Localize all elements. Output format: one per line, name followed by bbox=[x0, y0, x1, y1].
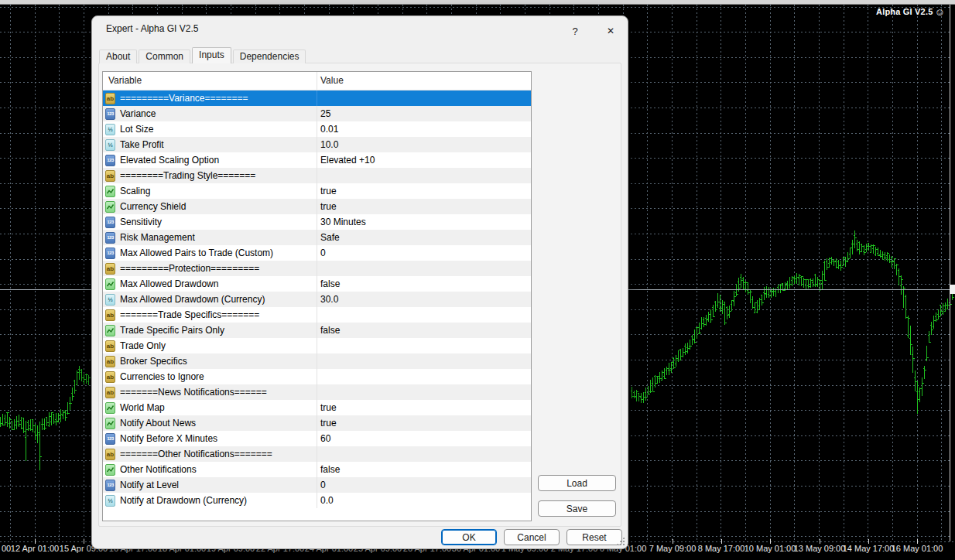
value-cell[interactable]: 0.01 bbox=[317, 121, 531, 137]
table-row[interactable]: abBroker Specifics bbox=[103, 353, 531, 369]
variable-cell: Currency Shield bbox=[103, 199, 317, 214]
table-row[interactable]: 123Variance25 bbox=[103, 106, 531, 121]
value-cell[interactable]: 25 bbox=[317, 106, 531, 121]
column-header-variable[interactable]: Variable bbox=[103, 72, 317, 90]
variable-label: =======Trade Specifics======= bbox=[120, 309, 259, 320]
tab-about[interactable]: About bbox=[99, 50, 137, 63]
table-row[interactable]: ½Max Allowed Drawdown (Currency)30.0 bbox=[103, 292, 531, 307]
value-cell[interactable]: 10.0 bbox=[317, 137, 531, 152]
variable-label: Broker Specifics bbox=[120, 356, 187, 367]
inputs-table: Variable Value ab=========Variance======… bbox=[102, 71, 532, 521]
value-cell[interactable]: true bbox=[317, 415, 531, 431]
variable-label: Trade Specific Pairs Only bbox=[120, 325, 224, 336]
table-row[interactable]: 123Elevated Scaling OptionElevated +10 bbox=[103, 152, 531, 168]
value-cell[interactable]: 30 Minutes bbox=[317, 214, 531, 230]
table-row[interactable]: ½Lot Size0.01 bbox=[103, 121, 531, 137]
table-row[interactable]: ab=======Other Notifications======= bbox=[103, 446, 531, 462]
help-button[interactable]: ? bbox=[563, 19, 587, 43]
table-row[interactable]: Max Allowed Drawdownfalse bbox=[103, 276, 531, 292]
table-row[interactable]: 123Notify at Level0 bbox=[103, 477, 531, 493]
table-row[interactable]: ab=======News Notifications====== bbox=[103, 384, 531, 400]
boolean-param-icon bbox=[105, 464, 115, 476]
value-cell[interactable] bbox=[317, 90, 531, 106]
table-row[interactable]: ab=======Trade Specifics======= bbox=[103, 307, 531, 323]
value-cell[interactable]: Safe bbox=[317, 230, 531, 245]
table-row[interactable]: Scalingtrue bbox=[103, 183, 531, 199]
variable-cell: ab=======Trade Specifics======= bbox=[103, 307, 317, 323]
table-row[interactable]: Currency Shieldtrue bbox=[103, 199, 531, 214]
dialog-titlebar[interactable]: Expert - Alpha GI V2.5 ? ✕ bbox=[92, 16, 628, 47]
value-cell[interactable] bbox=[317, 168, 531, 183]
table-row[interactable]: ab========Trading Style======= bbox=[103, 168, 531, 183]
value-cell[interactable]: 0.0 bbox=[317, 493, 531, 508]
table-row[interactable]: abCurrencies to Ignore bbox=[103, 369, 531, 384]
value-cell[interactable]: 30.0 bbox=[317, 292, 531, 307]
variable-cell: Notify About News bbox=[103, 415, 317, 431]
variable-label: Lot Size bbox=[120, 124, 153, 135]
value-cell[interactable] bbox=[317, 261, 531, 276]
value-cell[interactable]: Elevated +10 bbox=[317, 152, 531, 168]
value-cell[interactable]: false bbox=[317, 323, 531, 338]
variable-cell: ab=======News Notifications====== bbox=[103, 384, 317, 400]
reset-button[interactable]: Reset bbox=[566, 529, 622, 545]
variable-cell: ½Notify at Drawdown (Currency) bbox=[103, 493, 317, 508]
variable-cell: 123Notify at Level bbox=[103, 477, 317, 493]
column-header-value[interactable]: Value bbox=[317, 72, 531, 90]
string-param-icon: ab bbox=[105, 340, 115, 352]
boolean-param-icon bbox=[105, 325, 115, 336]
value-cell[interactable]: true bbox=[317, 400, 531, 415]
table-row[interactable]: Other Notificationsfalse bbox=[103, 462, 531, 477]
variable-cell: ab========Trading Style======= bbox=[103, 168, 317, 183]
variable-cell: ab=========Variance======== bbox=[103, 90, 317, 106]
tab-common[interactable]: Common bbox=[139, 50, 190, 63]
help-icon: ? bbox=[572, 26, 577, 37]
value-cell[interactable]: 60 bbox=[317, 431, 531, 446]
value-cell[interactable]: false bbox=[317, 276, 531, 292]
value-cell[interactable]: true bbox=[317, 199, 531, 214]
value-cell[interactable]: false bbox=[317, 462, 531, 477]
close-icon: ✕ bbox=[607, 26, 614, 36]
close-button[interactable]: ✕ bbox=[598, 19, 623, 43]
integer-param-icon: 123 bbox=[105, 217, 115, 228]
tab-dependencies[interactable]: Dependencies bbox=[233, 50, 306, 63]
value-cell[interactable] bbox=[317, 307, 531, 323]
table-row[interactable]: 123Sensitivity30 Minutes bbox=[103, 214, 531, 230]
value-cell[interactable] bbox=[317, 338, 531, 353]
variable-label: =======Other Notifications======= bbox=[120, 449, 272, 459]
save-button[interactable]: Save bbox=[538, 500, 616, 517]
table-header: Variable Value bbox=[103, 72, 531, 90]
table-row[interactable]: Trade Specific Pairs Onlyfalse bbox=[103, 323, 531, 338]
table-row[interactable]: 123Max Allowed Pairs to Trade (Custom)0 bbox=[103, 245, 531, 261]
variable-label: Currencies to Ignore bbox=[120, 371, 204, 382]
boolean-param-icon bbox=[105, 186, 115, 197]
load-button[interactable]: Load bbox=[538, 475, 616, 491]
tab-page-inputs: Variable Value ab=========Variance======… bbox=[98, 63, 621, 527]
table-row[interactable]: 123Risk ManagementSafe bbox=[103, 230, 531, 245]
expert-settings-dialog: Expert - Alpha GI V2.5 ? ✕ AboutCommonIn… bbox=[91, 15, 628, 549]
variable-cell: 123Risk Management bbox=[103, 230, 317, 245]
value-cell[interactable] bbox=[317, 369, 531, 384]
table-row[interactable]: abTrade Only bbox=[103, 338, 531, 353]
value-cell[interactable] bbox=[317, 353, 531, 369]
cancel-button[interactable]: Cancel bbox=[504, 529, 560, 545]
variable-label: Max Allowed Drawdown bbox=[120, 278, 218, 289]
table-row[interactable]: ab=========Variance======== bbox=[103, 90, 531, 106]
table-row[interactable]: 123Notify Before X Minutes60 bbox=[103, 431, 531, 446]
table-row[interactable]: ab=========Protection========= bbox=[103, 261, 531, 276]
table-row[interactable]: Notify About Newstrue bbox=[103, 415, 531, 431]
table-row[interactable]: ½Take Profit10.0 bbox=[103, 137, 531, 152]
table-row[interactable]: ½Notify at Drawdown (Currency)0.0 bbox=[103, 493, 531, 508]
value-cell[interactable] bbox=[317, 446, 531, 462]
value-cell[interactable]: 0 bbox=[317, 477, 531, 493]
value-cell[interactable] bbox=[317, 384, 531, 400]
value-cell[interactable]: true bbox=[317, 183, 531, 199]
value-cell[interactable]: 0 bbox=[317, 245, 531, 261]
ok-button[interactable]: OK bbox=[441, 529, 497, 545]
side-buttons: LoadSave bbox=[538, 475, 616, 517]
table-row[interactable]: World Maptrue bbox=[103, 400, 531, 415]
tab-strip: AboutCommonInputsDependencies bbox=[99, 49, 307, 63]
variable-cell: abTrade Only bbox=[103, 338, 317, 353]
double-param-icon: ½ bbox=[105, 294, 115, 306]
window-top-edge bbox=[0, 0, 955, 5]
tab-inputs[interactable]: Inputs bbox=[192, 47, 231, 63]
